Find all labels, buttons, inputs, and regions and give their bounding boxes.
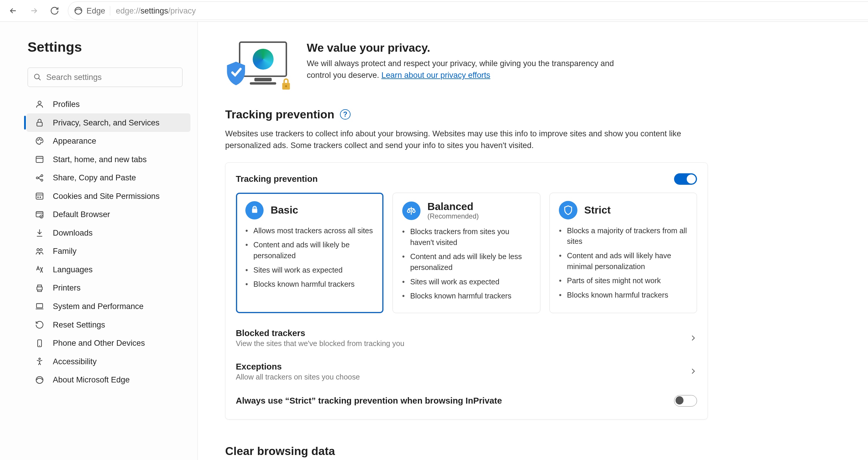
level-bullet: Allows most trackers across all sites bbox=[245, 225, 374, 236]
sidebar-item-accessibility[interactable]: Accessibility bbox=[26, 352, 190, 371]
settings-search[interactable] bbox=[28, 68, 183, 87]
sidebar-item-default-browser[interactable]: Default Browser bbox=[26, 205, 190, 224]
tracking-level-strict[interactable]: Strict Blocks a majority of trackers fro… bbox=[550, 193, 697, 313]
tracking-prevention-label: Tracking prevention bbox=[236, 174, 318, 184]
sidebar-item-reset-settings[interactable]: Reset Settings bbox=[26, 316, 190, 334]
site-identity[interactable]: Edge bbox=[74, 6, 110, 15]
tracking-levels: Basic Allows most trackers across all si… bbox=[236, 193, 697, 313]
sidebar-item-about-microsoft-edge[interactable]: About Microsoft Edge bbox=[26, 371, 190, 389]
settings-title: Settings bbox=[28, 39, 183, 55]
cookie-icon bbox=[34, 192, 45, 201]
sidebar-item-phone-and-other-devices[interactable]: Phone and Other Devices bbox=[26, 334, 190, 353]
tracking-prevention-toggle[interactable] bbox=[674, 173, 697, 185]
level-bullet: Content and ads will likely have minimal… bbox=[559, 250, 688, 272]
tracking-section-title: Tracking prevention ? bbox=[225, 108, 708, 121]
printer-icon bbox=[34, 284, 45, 293]
forward-button[interactable] bbox=[24, 2, 43, 20]
level-bullet: Sites will work as expected bbox=[245, 265, 374, 275]
level-title: Strict bbox=[584, 204, 611, 216]
svg-point-30 bbox=[285, 85, 287, 87]
level-subtitle: (Recommended) bbox=[428, 212, 479, 220]
back-button[interactable] bbox=[3, 2, 23, 20]
shield-check-icon bbox=[225, 61, 247, 86]
search-icon bbox=[33, 73, 41, 81]
download-icon bbox=[34, 228, 45, 237]
sidebar-item-label: Languages bbox=[53, 265, 93, 274]
hero-body: We will always protect and respect your … bbox=[307, 58, 628, 81]
window-icon bbox=[34, 155, 45, 164]
url-text: edge://settings/privacy bbox=[116, 6, 868, 15]
sidebar-item-printers[interactable]: Printers bbox=[26, 279, 190, 297]
privacy-learn-link[interactable]: Learn about our privacy efforts bbox=[381, 70, 490, 79]
language-icon bbox=[34, 265, 45, 274]
tracking-card: Tracking prevention Basic Allows most tr… bbox=[225, 162, 708, 419]
level-bullet: Blocks known harmful trackers bbox=[559, 290, 688, 300]
strict-inprivate-toggle[interactable] bbox=[674, 395, 697, 406]
sidebar-item-label: About Microsoft Edge bbox=[53, 375, 130, 385]
sidebar-item-profiles[interactable]: Profiles bbox=[26, 95, 190, 114]
sidebar-item-label: Family bbox=[53, 247, 77, 256]
sidebar-item-languages[interactable]: Languages bbox=[26, 261, 190, 279]
refresh-button[interactable] bbox=[45, 2, 64, 20]
svg-point-18 bbox=[38, 197, 38, 198]
share-icon bbox=[34, 173, 45, 183]
sidebar-item-start-home-and-new-tabs[interactable]: Start, home, and new tabs bbox=[26, 150, 190, 169]
chevron-right-icon bbox=[689, 334, 697, 342]
strict-inprivate-row: Always use “Strict” tracking prevention … bbox=[236, 388, 697, 413]
sidebar-item-label: Printers bbox=[53, 283, 81, 293]
chevron-right-icon bbox=[689, 367, 697, 375]
browser-toolbar: Edge edge://settings/privacy bbox=[0, 0, 868, 22]
settings-search-input[interactable] bbox=[46, 72, 176, 82]
tracking-level-basic[interactable]: Basic Allows most trackers across all si… bbox=[236, 193, 384, 313]
sidebar-item-label: Profiles bbox=[53, 100, 80, 109]
sidebar-item-label: Reset Settings bbox=[53, 320, 105, 330]
tracking-level-balanced[interactable]: Balanced (Recommended) Blocks trackers f… bbox=[393, 193, 540, 313]
svg-point-23 bbox=[40, 249, 42, 251]
browser-icon bbox=[34, 210, 45, 219]
sidebar-item-downloads[interactable]: Downloads bbox=[26, 224, 190, 242]
family-icon bbox=[34, 247, 45, 256]
svg-point-10 bbox=[38, 140, 38, 141]
svg-point-19 bbox=[40, 197, 41, 198]
sidebar-item-label: Start, home, and new tabs bbox=[53, 155, 147, 164]
svg-rect-9 bbox=[37, 122, 42, 126]
sidebar-item-family[interactable]: Family bbox=[26, 242, 190, 261]
settings-nav: ProfilesPrivacy, Search, and ServicesApp… bbox=[28, 95, 183, 389]
svg-point-12 bbox=[41, 140, 42, 141]
laptop-icon bbox=[34, 302, 45, 311]
address-bar[interactable]: Edge edge://settings/privacy bbox=[68, 1, 868, 20]
svg-point-15 bbox=[41, 174, 43, 176]
profile-icon bbox=[34, 100, 45, 109]
svg-rect-24 bbox=[37, 287, 42, 290]
svg-point-8 bbox=[38, 101, 41, 104]
sidebar-item-label: System and Performance bbox=[53, 302, 144, 311]
svg-point-7 bbox=[35, 74, 39, 79]
level-bullet: Blocks trackers from sites you haven't v… bbox=[402, 226, 531, 248]
svg-rect-25 bbox=[36, 304, 42, 308]
blocked-trackers-row[interactable]: Blocked trackers View the sites that we'… bbox=[236, 321, 697, 355]
level-bullet: Content and ads will likely be less pers… bbox=[402, 251, 531, 273]
sidebar-item-label: Accessibility bbox=[53, 357, 97, 366]
exceptions-row[interactable]: Exceptions Allow all trackers on sites y… bbox=[236, 355, 697, 388]
svg-point-11 bbox=[39, 139, 40, 139]
hero-title: We value your privacy. bbox=[307, 41, 628, 54]
sidebar-item-privacy-search-and-services[interactable]: Privacy, Search, and Services bbox=[26, 113, 190, 132]
lock-icon bbox=[280, 77, 292, 91]
help-icon[interactable]: ? bbox=[340, 109, 350, 120]
level-bullet: Blocks known harmful trackers bbox=[245, 279, 374, 290]
phone-icon bbox=[34, 339, 45, 348]
sidebar-item-cookies-and-site-permissions[interactable]: Cookies and Site Permissions bbox=[26, 187, 190, 205]
svg-point-14 bbox=[36, 177, 38, 179]
privacy-hero-graphic bbox=[225, 41, 292, 89]
level-icon bbox=[245, 201, 264, 220]
clear-data-title: Clear browsing data bbox=[225, 445, 708, 458]
sidebar-item-appearance[interactable]: Appearance bbox=[26, 132, 190, 151]
settings-sidebar: Settings ProfilesPrivacy, Search, and Se… bbox=[0, 22, 198, 460]
sidebar-item-share-copy-and-paste[interactable]: Share, Copy and Paste bbox=[26, 169, 190, 187]
palette-icon bbox=[34, 136, 45, 145]
level-bullet: Parts of sites might not work bbox=[559, 275, 688, 286]
svg-rect-13 bbox=[36, 156, 43, 162]
level-bullet: Blocks a majority of trackers from all s… bbox=[559, 225, 688, 247]
edge-icon bbox=[74, 6, 83, 15]
sidebar-item-system-and-performance[interactable]: System and Performance bbox=[26, 297, 190, 316]
